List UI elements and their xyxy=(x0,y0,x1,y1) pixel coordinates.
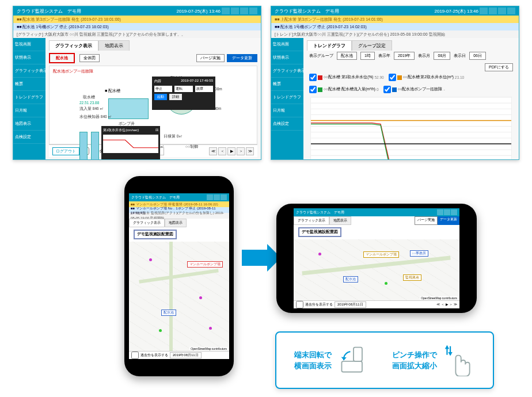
toolbar-icon[interactable] xyxy=(498,7,506,14)
sidebar-item[interactable]: 帳票 xyxy=(13,78,45,91)
flow-value: 流入量 846 ㎥ xyxy=(79,106,104,112)
range-select[interactable]: 1時 xyxy=(360,52,375,60)
legend-checkbox[interactable] xyxy=(309,74,317,81)
btn-layers[interactable]: 全体図 xyxy=(79,54,100,62)
alert-row[interactable]: ■■ 上配水管 第3ポンプ一括故障 発生 (2019-07-23 14:01:0… xyxy=(275,17,383,22)
btn-purge[interactable]: パージ実施 xyxy=(196,54,225,62)
map-pin[interactable]: 配水池 xyxy=(161,310,176,316)
sidebar-item[interactable]: 監視画面 xyxy=(13,38,45,51)
legend-checkbox[interactable] xyxy=(389,74,396,81)
mini-chart-overlay[interactable]: 第1取水井水位(cm/sec) ☒ xyxy=(101,126,160,160)
pager-last-icon[interactable]: ≫ xyxy=(246,147,254,155)
legend-checkbox[interactable] xyxy=(383,86,391,93)
toolbar-icon[interactable] xyxy=(221,194,227,200)
popup-overlay[interactable]: 内容 2019-07-22 17:49:55 停止 運転 故障 起動 詳細 xyxy=(152,77,215,110)
sidebar-item[interactable]: 状態表示 xyxy=(13,51,45,64)
phone-portrait: クラウド監視システム デモ用 ■■ マンホールポンプ場 停電 復帰 (2019-… xyxy=(124,176,234,376)
history-checkbox[interactable] xyxy=(131,352,139,359)
map-pin[interactable]: マンホールポンプ場 xyxy=(187,261,223,268)
btn-update[interactable]: データ更新 xyxy=(438,216,459,225)
alert-row[interactable]: ■■ 配水池 1号機ポンプ 停止 (2019-07-23 14:02:03) xyxy=(275,24,367,30)
popup-btn-start[interactable]: 起動 xyxy=(154,94,167,100)
btn-purge[interactable]: パージ実施 xyxy=(415,216,438,225)
day-select[interactable]: 06日 xyxy=(469,52,486,60)
tab-trend[interactable]: トレンドグラフ xyxy=(307,40,352,51)
sidebar-item[interactable]: 地図表示 xyxy=(13,117,45,131)
toolbar-icon[interactable] xyxy=(240,7,248,14)
sidebar-item[interactable]: 日月報 xyxy=(13,104,45,117)
toolbar-icon[interactable] xyxy=(437,209,443,215)
date-field[interactable]: 2019年08月11日 xyxy=(335,301,366,308)
tab-graphic[interactable]: グラフィック表示 xyxy=(129,219,165,227)
pager-next-icon[interactable]: ＞ xyxy=(237,147,245,155)
map-title: デモ監視施設配置図 xyxy=(134,230,177,239)
year-select[interactable]: 2019年 xyxy=(394,52,415,60)
station-selector[interactable]: 配水池 xyxy=(49,53,75,63)
tab-map[interactable]: 地図表示 xyxy=(98,40,130,51)
sidebar-item[interactable]: 点検設定 xyxy=(271,117,303,131)
toolbar-icon[interactable] xyxy=(451,209,457,215)
group-select[interactable]: 配水池 xyxy=(337,52,357,60)
map-pin[interactable]: マンホールポンプ場 xyxy=(363,251,399,258)
toolbar-icon[interactable] xyxy=(214,194,220,200)
phone-landscape: クラウド監視システム デモ用 グラフィック表示 地図表示 パージ実施 データ更新… xyxy=(276,204,477,313)
legend-label: ○○配水槽 第1取水井水位(%) xyxy=(324,75,373,80)
toolbar-icon[interactable] xyxy=(489,7,497,14)
popup-date: 2019-07-22 17:49:55 xyxy=(181,79,213,82)
sidebar-nav: 監視画面 状態表示 グラフィック表示 帳票 トレンドグラフ 日月報 点検設定 xyxy=(271,38,303,159)
toolbar-icon[interactable] xyxy=(444,209,450,215)
tab-graphic[interactable]: グラフィック表示 xyxy=(49,40,98,51)
month-select[interactable]: 08月 xyxy=(434,52,450,60)
toolbar-icon[interactable] xyxy=(249,7,257,14)
date-field[interactable]: 2019年08月11日 xyxy=(170,352,202,358)
logout-button[interactable]: ログアウト xyxy=(52,147,79,155)
sidebar-item[interactable]: 日月報 xyxy=(271,104,303,117)
toolbar-icon[interactable] xyxy=(207,194,213,200)
tab-graphic[interactable]: グラフィック表示 xyxy=(294,216,329,225)
status-cell: 停止 xyxy=(154,86,172,92)
map-credit: OpenStreetMap contributors xyxy=(420,296,458,300)
svg-marker-13 xyxy=(242,244,281,272)
map-credit: OpenStreetMap contributors xyxy=(189,347,228,350)
map-title: デモ監視施設配置図 xyxy=(298,227,341,237)
map-pin[interactable]: 配水池 xyxy=(343,276,358,283)
history-label: 過去分を表示する xyxy=(140,353,168,358)
map-view[interactable]: マンホールポンプ場 ○○事務所 配水池 監視拠点 OpenStreetMap c… xyxy=(294,239,459,300)
sidebar-item[interactable]: 状態表示 xyxy=(271,51,303,64)
map-pin[interactable]: 監視拠点 xyxy=(403,274,421,281)
toolbar-icon[interactable] xyxy=(480,7,488,14)
toolbar-icon[interactable] xyxy=(507,7,515,14)
trend-chart[interactable] xyxy=(310,97,512,160)
tab-group[interactable]: グループ設定 xyxy=(352,40,392,51)
sidebar-item[interactable]: グラフィック表示 xyxy=(13,64,45,78)
popup-btn-detail[interactable]: 詳細 xyxy=(169,94,182,100)
alert-row[interactable]: ■■ 配水池 1号機ポンプ 停止 (2019-07-23 18:02:03) xyxy=(17,24,109,30)
rotate-text-2: 横画面表示 xyxy=(294,360,332,372)
sidebar-item[interactable]: トレンドグラフ xyxy=(13,91,45,104)
mini-chart-title: 第1取水井水位(cm/sec) xyxy=(103,128,139,132)
sidebar-item[interactable]: 点検設定 xyxy=(13,131,45,144)
legend-checkbox[interactable] xyxy=(309,86,317,93)
toolbar-icon[interactable] xyxy=(231,7,239,14)
history-checkbox[interactable] xyxy=(296,301,303,308)
sidebar-item[interactable]: トレンドグラフ xyxy=(271,91,303,104)
pdf-button[interactable]: PDFにする xyxy=(485,63,513,71)
sidebar-item[interactable]: 帳票 xyxy=(271,78,303,91)
pager-prev-icon[interactable]: ＜ xyxy=(218,147,226,155)
pager-first-icon[interactable]: ≪ xyxy=(209,147,217,155)
status-cell: 故障 xyxy=(195,86,213,92)
legend-label: ○○配水槽 配水槽流入量(m³/h) xyxy=(324,87,375,92)
window-titlebar: クラウド監視システム デモ用 2019-07-25(木) 13:46 xyxy=(13,6,261,16)
pager-play-icon[interactable]: ▶ xyxy=(227,147,235,155)
sidebar-item[interactable]: グラフィック表示 xyxy=(271,64,303,78)
map-view[interactable]: マンホールポンプ場 配水池 OpenStreetMap contributors xyxy=(129,242,229,351)
sidebar-item[interactable]: 監視画面 xyxy=(271,38,303,51)
close-icon[interactable]: ☒ xyxy=(155,128,158,132)
tab-map[interactable]: 地図表示 xyxy=(329,216,351,225)
alert-row[interactable]: ■■ 配水池 第3ポンプ一括故障 発生 (2019-07-23 18:01:00… xyxy=(17,17,121,22)
map-pin[interactable]: ○○事務所 xyxy=(410,250,429,257)
window-titlebar: クラウド監視システム デモ用 2019-07-25(木) 13:46 xyxy=(271,6,519,16)
tab-map[interactable]: 地図表示 xyxy=(165,219,187,227)
toolbar-icon[interactable] xyxy=(222,7,230,14)
btn-update[interactable]: データ更新 xyxy=(227,54,257,62)
